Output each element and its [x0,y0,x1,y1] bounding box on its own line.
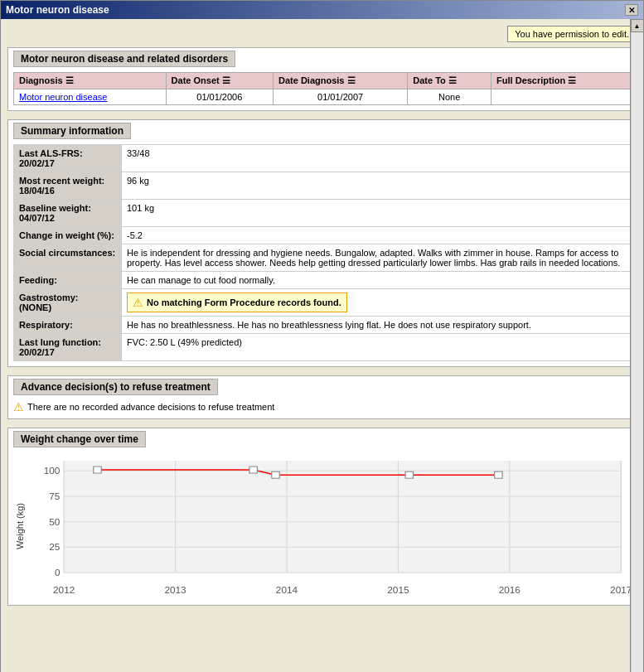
warning-text: No matching Form Procedure records found… [147,297,341,307]
summary-label: Gastrostomy: (NONE) [14,289,122,317]
table-row: Motor neuron disease01/01/200601/01/2007… [14,89,631,105]
summary-label: Respiratory: [14,317,122,334]
date-to-cell: None [408,89,491,105]
svg-rect-22 [64,461,621,573]
warning-icon: ⚠ [13,400,24,413]
summary-value: ⚠No matching Form Procedure records foun… [122,289,631,317]
summary-label: Social circumstances: [14,244,122,272]
summary-row: Most recent weight: 18/04/1696 kg [14,172,631,200]
svg-rect-27 [495,471,502,478]
summary-label: Change in weight (%): [14,227,122,244]
summary-label: Last ALS-FRS: 20/02/17 [14,145,122,172]
svg-text:75: 75 [49,492,60,501]
diagnosis-section-title: Motor neuron disease and related disorde… [13,51,235,67]
summary-label: Baseline weight: 04/07/12 [14,200,122,227]
diagnosis-link[interactable]: Motor neuron disease [14,89,167,105]
window-title: Motor neuron disease [6,4,109,16]
permission-bar: You have permission to edit. [7,26,637,42]
summary-value: FVC: 2.50 L (49% predicted) [122,334,631,361]
summary-label: Most recent weight: 18/04/16 [14,172,122,200]
summary-value: He can manage to cut food normally. [122,272,631,289]
scroll-track[interactable] [632,32,643,672]
content-area: You have permission to edit. Motor neuro… [1,19,643,672]
summary-row: Baseline weight: 04/07/12101 kg [14,200,631,227]
chart-container: Weight (kg) 0255075100201220132014201520… [13,452,631,600]
summary-value: 101 kg [122,200,631,227]
svg-text:2017: 2017 [610,586,631,595]
y-axis-label: Weight (kg) [13,452,25,600]
svg-rect-26 [405,471,413,478]
close-button[interactable]: ✕ [625,4,638,16]
advance-section: Advance decision(s) to refuse treatment … [7,375,637,419]
svg-rect-25 [272,471,279,478]
summary-value: 96 kg [122,172,631,200]
chart-inner: 0255075100201220132014201520162017 [25,452,631,600]
date-diagnosis-cell: 01/01/2007 [273,89,407,105]
advance-text: There are no recorded advance decisions … [27,402,274,412]
summary-section-title: Summary information [13,123,131,139]
warning-icon: ⚠ [133,296,143,309]
summary-row: Last lung function: 20/02/17FVC: 2.50 L … [14,334,631,361]
summary-value: He has no breathlessness. He has no brea… [122,317,631,334]
col-full-description: Full Description ☰ [491,73,631,89]
summary-row: Last ALS-FRS: 20/02/1733/48 [14,145,631,172]
title-bar: Motor neuron disease ✕ [1,1,643,19]
col-diagnosis: Diagnosis ☰ [14,73,167,89]
summary-value: 33/48 [122,145,631,172]
svg-text:2012: 2012 [53,586,75,595]
main-window: Motor neuron disease ✕ You have permissi… [0,0,644,672]
svg-text:0: 0 [55,568,61,578]
summary-label: Feeding: [14,272,122,289]
svg-rect-24 [249,467,257,473]
scroll-up-button[interactable]: ▲ [631,19,644,32]
summary-row: Gastrostomy: (NONE)⚠No matching Form Pro… [14,289,631,317]
chart-section-title: Weight change over time [13,431,146,447]
summary-row: Respiratory:He has no breathlessness. He… [14,317,631,334]
summary-table: Last ALS-FRS: 20/02/1733/48Most recent w… [13,144,631,361]
col-date-onset: Date Onset ☰ [166,73,273,89]
advance-section-title: Advance decision(s) to refuse treatment [13,379,218,395]
summary-row: Change in weight (%):-5.2 [14,227,631,244]
chart-section: Weight change over time Weight (kg) 0255… [7,428,637,606]
svg-text:25: 25 [49,543,60,552]
warning-box: ⚠No matching Form Procedure records foun… [127,292,347,312]
full-description-cell [491,89,631,105]
diagnosis-section: Motor neuron disease and related disorde… [7,47,637,111]
svg-text:100: 100 [44,467,61,476]
svg-text:50: 50 [49,517,60,526]
permission-badge: You have permission to edit. [507,26,637,42]
summary-row: Feeding:He can manage to cut food normal… [14,272,631,289]
chart-svg: 0255075100201220132014201520162017 [25,452,631,597]
col-date-diagnosis: Date Diagnosis ☰ [273,73,407,89]
summary-section: Summary information Last ALS-FRS: 20/02/… [7,119,637,367]
col-date-to: Date To ☰ [408,73,491,89]
date-onset-cell: 01/01/2006 [166,89,273,105]
svg-rect-23 [94,467,101,473]
svg-text:2013: 2013 [164,586,186,595]
svg-text:2016: 2016 [499,586,521,595]
diagnosis-table: Diagnosis ☰ Date Onset ☰ Date Diagnosis … [13,72,631,105]
summary-value: -5.2 [122,227,631,244]
scrollbar[interactable]: ▲ ▼ [630,19,643,672]
summary-row: Social circumstances:He is independent f… [14,244,631,272]
summary-label: Last lung function: 20/02/17 [14,334,122,361]
permission-text: You have permission to edit. [515,29,629,39]
advance-content: ⚠ There are no recorded advance decision… [13,400,631,413]
svg-text:2015: 2015 [387,586,409,595]
summary-value: He is independent for dressing and hygie… [122,244,631,272]
svg-text:2014: 2014 [276,586,298,595]
